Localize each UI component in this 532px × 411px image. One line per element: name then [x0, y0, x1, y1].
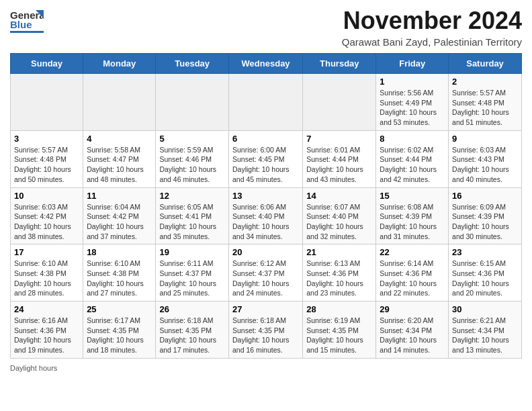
calendar-cell: 25Sunrise: 6:17 AMSunset: 4:35 PMDayligh… [83, 302, 156, 359]
calendar-cell: 7Sunrise: 6:01 AMSunset: 4:44 PMDaylight… [303, 130, 376, 187]
logo-icon: General Blue [10, 7, 44, 37]
calendar-cell: 21Sunrise: 6:13 AMSunset: 4:36 PMDayligh… [303, 244, 376, 302]
calendar-cell: 2Sunrise: 5:57 AMSunset: 4:48 PMDaylight… [449, 74, 522, 131]
day-info: Sunrise: 6:05 AMSunset: 4:41 PMDaylight:… [159, 202, 225, 242]
day-number: 21 [306, 247, 372, 257]
month-title: November 2024 [342, 7, 522, 35]
calendar-cell: 12Sunrise: 6:05 AMSunset: 4:41 PMDayligh… [156, 187, 229, 244]
day-info: Sunrise: 5:56 AMSunset: 4:49 PMDaylight:… [380, 88, 445, 128]
calendar-body: 1Sunrise: 5:56 AMSunset: 4:49 PMDaylight… [11, 74, 522, 359]
day-number: 16 [452, 191, 518, 201]
day-number: 7 [306, 134, 372, 144]
day-number: 14 [306, 191, 372, 201]
calendar-cell [83, 74, 156, 131]
day-number: 22 [380, 247, 445, 257]
calendar-cell: 16Sunrise: 6:09 AMSunset: 4:39 PMDayligh… [449, 187, 522, 244]
day-info: Sunrise: 6:12 AMSunset: 4:37 PMDaylight:… [232, 259, 299, 298]
weekday-header-friday: Friday [376, 54, 449, 74]
day-number: 4 [87, 134, 152, 144]
logo: General Blue [10, 7, 45, 37]
calendar-week-2: 3Sunrise: 5:57 AMSunset: 4:48 PMDaylight… [11, 130, 522, 187]
page-header: General Blue November 2024 Qarawat Bani … [10, 7, 522, 48]
calendar-week-4: 17Sunrise: 6:10 AMSunset: 4:38 PMDayligh… [11, 244, 522, 302]
daylight-hours-label: Daylight hours [10, 364, 57, 372]
day-info: Sunrise: 6:20 AMSunset: 4:34 PMDaylight:… [380, 316, 445, 355]
day-number: 8 [380, 134, 445, 144]
calendar-week-5: 24Sunrise: 6:16 AMSunset: 4:36 PMDayligh… [11, 302, 522, 359]
calendar-cell: 10Sunrise: 6:03 AMSunset: 4:42 PMDayligh… [11, 187, 83, 244]
day-info: Sunrise: 6:01 AMSunset: 4:44 PMDaylight:… [306, 145, 372, 185]
day-number: 20 [232, 247, 299, 257]
day-number: 5 [159, 134, 225, 144]
day-info: Sunrise: 6:00 AMSunset: 4:45 PMDaylight:… [232, 145, 299, 185]
day-info: Sunrise: 6:10 AMSunset: 4:38 PMDaylight:… [87, 259, 152, 298]
day-number: 27 [232, 304, 299, 314]
day-number: 18 [87, 247, 152, 257]
day-info: Sunrise: 6:07 AMSunset: 4:40 PMDaylight:… [306, 202, 372, 242]
day-number: 29 [380, 304, 445, 314]
calendar-cell [156, 74, 229, 131]
svg-rect-3 [10, 31, 44, 33]
calendar-cell: 30Sunrise: 6:21 AMSunset: 4:34 PMDayligh… [449, 302, 522, 359]
day-number: 9 [452, 134, 518, 144]
location-title: Qarawat Bani Zayd, Palestinian Territory [342, 36, 522, 48]
footer-note: Daylight hours [10, 364, 522, 372]
calendar-cell [11, 74, 83, 131]
day-info: Sunrise: 6:21 AMSunset: 4:34 PMDaylight:… [452, 316, 518, 355]
calendar-cell: 24Sunrise: 6:16 AMSunset: 4:36 PMDayligh… [11, 302, 83, 359]
day-number: 12 [159, 191, 225, 201]
calendar-cell: 9Sunrise: 6:03 AMSunset: 4:43 PMDaylight… [449, 130, 522, 187]
calendar-cell: 4Sunrise: 5:58 AMSunset: 4:47 PMDaylight… [83, 130, 156, 187]
day-info: Sunrise: 5:58 AMSunset: 4:47 PMDaylight:… [87, 145, 152, 185]
day-info: Sunrise: 5:57 AMSunset: 4:48 PMDaylight:… [452, 88, 518, 128]
calendar-cell: 20Sunrise: 6:12 AMSunset: 4:37 PMDayligh… [228, 244, 302, 302]
day-info: Sunrise: 6:03 AMSunset: 4:43 PMDaylight:… [452, 145, 518, 185]
day-number: 2 [452, 77, 518, 87]
calendar-cell: 6Sunrise: 6:00 AMSunset: 4:45 PMDaylight… [228, 130, 302, 187]
weekday-header-saturday: Saturday [449, 54, 522, 74]
calendar-cell: 22Sunrise: 6:14 AMSunset: 4:36 PMDayligh… [376, 244, 449, 302]
day-info: Sunrise: 6:16 AMSunset: 4:36 PMDaylight:… [14, 316, 79, 355]
day-number: 26 [159, 304, 225, 314]
calendar-week-1: 1Sunrise: 5:56 AMSunset: 4:49 PMDaylight… [11, 74, 522, 131]
calendar-table: SundayMondayTuesdayWednesdayThursdayFrid… [10, 53, 522, 359]
day-number: 17 [14, 247, 79, 257]
day-number: 11 [87, 191, 152, 201]
day-number: 1 [380, 77, 445, 87]
day-number: 13 [232, 191, 299, 201]
calendar-cell: 8Sunrise: 6:02 AMSunset: 4:44 PMDaylight… [376, 130, 449, 187]
day-number: 19 [159, 247, 225, 257]
day-info: Sunrise: 6:15 AMSunset: 4:36 PMDaylight:… [452, 259, 518, 298]
calendar-cell: 27Sunrise: 6:18 AMSunset: 4:35 PMDayligh… [228, 302, 302, 359]
calendar-cell: 13Sunrise: 6:06 AMSunset: 4:40 PMDayligh… [228, 187, 302, 244]
calendar-cell: 18Sunrise: 6:10 AMSunset: 4:38 PMDayligh… [83, 244, 156, 302]
calendar-cell: 11Sunrise: 6:04 AMSunset: 4:42 PMDayligh… [83, 187, 156, 244]
day-number: 6 [232, 134, 299, 144]
day-info: Sunrise: 6:06 AMSunset: 4:40 PMDaylight:… [232, 202, 299, 242]
calendar-cell: 14Sunrise: 6:07 AMSunset: 4:40 PMDayligh… [303, 187, 376, 244]
calendar-cell [303, 74, 376, 131]
day-number: 3 [14, 134, 79, 144]
day-number: 30 [452, 304, 518, 314]
day-info: Sunrise: 6:09 AMSunset: 4:39 PMDaylight:… [452, 202, 518, 242]
calendar-cell: 23Sunrise: 6:15 AMSunset: 4:36 PMDayligh… [449, 244, 522, 302]
day-info: Sunrise: 6:08 AMSunset: 4:39 PMDaylight:… [380, 202, 445, 242]
calendar-cell: 29Sunrise: 6:20 AMSunset: 4:34 PMDayligh… [376, 302, 449, 359]
day-number: 28 [306, 304, 372, 314]
day-number: 23 [452, 247, 518, 257]
day-info: Sunrise: 6:11 AMSunset: 4:37 PMDaylight:… [159, 259, 225, 298]
day-info: Sunrise: 6:14 AMSunset: 4:36 PMDaylight:… [380, 259, 445, 298]
weekday-header-thursday: Thursday [303, 54, 376, 74]
calendar-cell: 3Sunrise: 5:57 AMSunset: 4:48 PMDaylight… [11, 130, 83, 187]
day-number: 15 [380, 191, 445, 201]
calendar-cell: 15Sunrise: 6:08 AMSunset: 4:39 PMDayligh… [376, 187, 449, 244]
day-info: Sunrise: 6:04 AMSunset: 4:42 PMDaylight:… [87, 202, 152, 242]
day-info: Sunrise: 6:17 AMSunset: 4:35 PMDaylight:… [87, 316, 152, 355]
weekday-header-monday: Monday [83, 54, 156, 74]
weekday-header-sunday: Sunday [11, 54, 83, 74]
day-info: Sunrise: 6:19 AMSunset: 4:35 PMDaylight:… [306, 316, 372, 355]
calendar-cell: 19Sunrise: 6:11 AMSunset: 4:37 PMDayligh… [156, 244, 229, 302]
day-info: Sunrise: 6:03 AMSunset: 4:42 PMDaylight:… [14, 202, 79, 242]
calendar-cell: 5Sunrise: 5:59 AMSunset: 4:46 PMDaylight… [156, 130, 229, 187]
day-number: 10 [14, 191, 79, 201]
